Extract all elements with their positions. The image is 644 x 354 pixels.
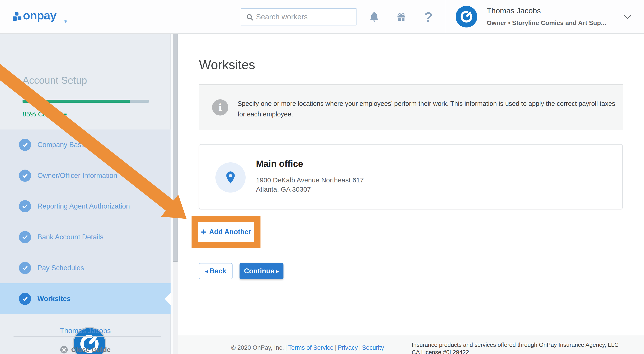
back-button[interactable]: ◂ Back [199, 263, 232, 279]
app-header: onpay ® ? Thomas Jacobs Owner [0, 0, 644, 34]
user-avatar [456, 6, 477, 27]
plus-icon: + [201, 227, 206, 237]
continue-button[interactable]: Continue ▸ [240, 263, 284, 279]
setup-progress-bar [22, 100, 149, 103]
sidebar-item-label: Owner/Officer Information [38, 172, 117, 180]
user-role-company: Owner • Storyline Comics and Art Sup... [487, 19, 606, 26]
privacy-link[interactable]: Privacy [338, 344, 358, 351]
scrollbar-track[interactable] [172, 34, 178, 354]
active-item-notch [165, 293, 170, 305]
continue-label: Continue [244, 267, 274, 275]
notifications-bell-icon[interactable] [369, 11, 380, 22]
page-title: Worksites [199, 57, 255, 72]
search-box [241, 8, 356, 25]
info-icon: i [212, 99, 228, 115]
logo-text: onpay [23, 8, 56, 22]
footer-insurance: Insurance products and services offered … [412, 341, 618, 354]
info-banner: i Specify one or more locations where yo… [199, 84, 623, 130]
search-icon [246, 13, 254, 21]
scrollbar-thumb[interactable] [173, 34, 178, 262]
check-icon [19, 200, 31, 212]
close-guide-label: Close Guide [71, 346, 111, 354]
account-setup-sidebar: Account Setup 85% Complete Company Basic… [0, 34, 170, 354]
add-another-button[interactable]: + Add Another [198, 222, 254, 242]
sidebar-item-pay-schedules[interactable]: Pay Schedules [0, 252, 170, 283]
terms-of-service-link[interactable]: Terms of Service [288, 344, 334, 351]
sidebar-title: Account Setup [22, 75, 87, 86]
check-icon [19, 170, 31, 182]
search-input[interactable] [256, 9, 353, 24]
close-guide-button[interactable]: Close Guide [0, 344, 170, 354]
sidebar-item-worksites[interactable]: Worksites [0, 283, 170, 314]
sidebar-item-label: Company Basics [38, 141, 90, 149]
check-icon [19, 293, 31, 305]
security-link[interactable]: Security [362, 344, 384, 351]
registered-mark: ® [64, 19, 67, 23]
map-pin-icon [223, 170, 238, 185]
sidebar-item-company-basics[interactable]: Company Basics [0, 129, 170, 160]
setup-progress-fill [22, 100, 130, 103]
continue-arrow-icon: ▸ [276, 268, 279, 274]
sidebar-item-label: Worksites [38, 295, 71, 303]
onpay-logo-mark-icon [12, 12, 22, 21]
footer-legal: © 2020 OnPay, Inc.|Terms of Service|Priv… [231, 344, 384, 351]
worksite-address-line2: Atlanta, GA 30307 [256, 186, 311, 193]
sidebar-item-label: Bank Account Details [38, 233, 104, 241]
gift-icon[interactable] [396, 11, 407, 22]
worksite-name: Main office [256, 159, 303, 169]
insurance-line2: CA License #0L29422 [412, 349, 618, 354]
check-icon [19, 139, 31, 151]
sidebar-user-name: Thomas Jacobs [0, 327, 170, 335]
check-icon [19, 231, 31, 243]
sidebar-divider [14, 337, 161, 337]
copyright-text: © 2020 OnPay, Inc. [231, 344, 284, 351]
help-icon[interactable]: ? [423, 11, 434, 22]
close-circle-icon [60, 346, 68, 354]
add-another-label: Add Another [209, 228, 251, 236]
sidebar-item-label: Pay Schedules [38, 264, 84, 272]
sidebar-item-bank-account-details[interactable]: Bank Account Details [0, 222, 170, 253]
location-pin-badge [216, 162, 246, 193]
sidebar-item-reporting-agent-authorization[interactable]: Reporting Agent Authorization [0, 191, 170, 222]
worksite-card-main-office[interactable]: Main office 1900 DeKalb Avenue Northeast… [199, 144, 623, 209]
worksites-page: Worksites i Specify one or more location… [178, 34, 644, 335]
worksite-address-line1: 1900 DeKalb Avenue Northeast 617 [256, 176, 364, 184]
setup-checklist: Company Basics Owner/Officer Information… [0, 129, 170, 283]
info-text: Specify one or more locations where your… [238, 98, 616, 120]
sidebar-item-owner-officer-information[interactable]: Owner/Officer Information [0, 160, 170, 191]
sidebar-gutter [170, 34, 172, 354]
check-icon [19, 262, 31, 274]
back-label: Back [210, 267, 226, 275]
page-footer: © 2020 OnPay, Inc.|Terms of Service|Priv… [178, 335, 644, 354]
insurance-line1: Insurance products and services offered … [412, 341, 618, 349]
sidebar-item-label: Reporting Agent Authorization [38, 202, 130, 210]
back-arrow-icon: ◂ [205, 268, 208, 274]
user-name: Thomas Jacobs [487, 6, 541, 15]
progress-label: 85% Complete [22, 110, 67, 118]
chevron-down-icon[interactable] [623, 14, 632, 19]
user-menu[interactable]: Thomas Jacobs Owner • Storyline Comics a… [445, 0, 644, 33]
